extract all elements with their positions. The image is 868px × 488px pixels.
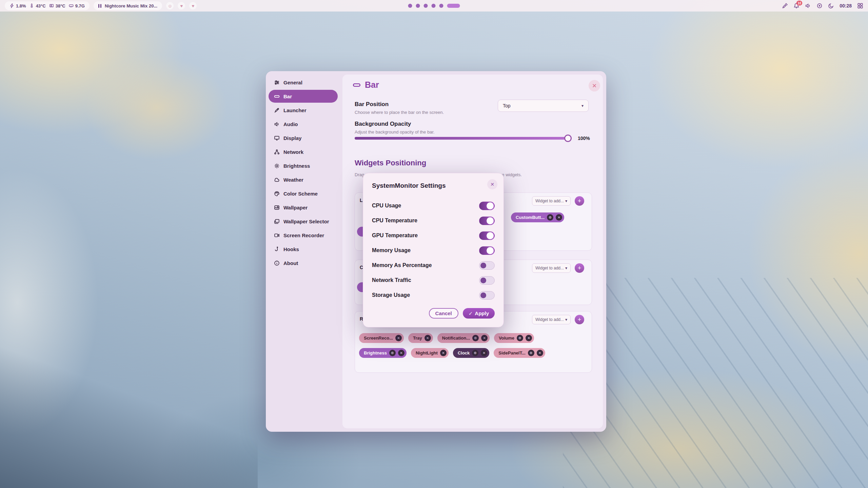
slider-knob[interactable] — [564, 135, 572, 142]
close-icon[interactable]: ✕ — [395, 335, 402, 341]
gear-icon[interactable]: ⚙ — [528, 350, 534, 356]
close-icon[interactable]: ✕ — [440, 350, 447, 356]
speaker-icon — [274, 121, 280, 127]
close-icon[interactable]: ✕ — [481, 350, 487, 356]
sidebar-item-bar[interactable]: Bar — [269, 90, 338, 103]
cpu-temperature-toggle[interactable] — [479, 217, 495, 225]
widget-chip-clock[interactable]: Clock ⚙ ✕ — [453, 348, 489, 358]
workspace-dot[interactable] — [424, 4, 428, 8]
sidebar-item-brightness[interactable]: Brightness — [269, 159, 338, 172]
sidebar-label: Display — [283, 135, 301, 141]
volume-icon[interactable] — [805, 3, 811, 9]
sidebar-item-network[interactable]: Network — [269, 145, 338, 158]
cpu-usage-toggle[interactable] — [479, 202, 495, 210]
gear-icon[interactable]: ⚙ — [472, 350, 478, 356]
left-add-widget-dropdown[interactable]: Widget to add... ▾ — [532, 196, 571, 206]
gear-icon[interactable]: ⚙ — [517, 335, 523, 341]
sidebar-item-audio[interactable]: Audio — [269, 118, 338, 130]
sidebar-label: Hooks — [283, 246, 299, 252]
toggle-label: Network Traffic — [372, 277, 411, 283]
apply-button[interactable]: ✓ Apply — [463, 308, 495, 319]
sidebar-item-wallpaper-selector[interactable]: Wallpaper Selector — [269, 215, 338, 228]
workspace-dot[interactable] — [408, 4, 412, 8]
toggle-row-storage-usage: Storage Usage — [372, 288, 495, 303]
close-icon[interactable]: ✕ — [526, 335, 532, 341]
widget-chip-custombutton[interactable]: CustomButt... ⚙ ✕ — [511, 212, 564, 222]
sidebar-item-launcher[interactable]: Launcher — [269, 104, 338, 117]
memory-icon — [69, 3, 74, 8]
sidebar-item-hooks[interactable]: Hooks — [269, 243, 338, 256]
workspace-dot[interactable] — [439, 4, 443, 8]
toggle-row-memory-as-percentage: Memory As Percentage — [372, 258, 495, 273]
sidebar-item-display[interactable]: Display — [269, 131, 338, 144]
workspace-dot[interactable] — [432, 4, 436, 8]
sidebar-label: Wallpaper — [283, 205, 308, 210]
add-widget-placeholder: Widget to add... — [535, 317, 564, 322]
gear-icon[interactable]: ⚙ — [547, 214, 553, 221]
gpu-temp-stat: 38°C — [49, 3, 65, 8]
screen-record-icon[interactable] — [816, 3, 823, 9]
cancel-button[interactable]: Cancel — [429, 308, 458, 319]
bar-position-dropdown[interactable]: Top ▾ — [498, 100, 589, 112]
center-add-widget-button[interactable]: + — [575, 263, 584, 273]
widget-chip-volume[interactable]: Volume ⚙ ✕ — [494, 333, 534, 343]
workspace-dot[interactable] — [416, 4, 420, 8]
heart-icon-2[interactable]: ♥ — [189, 2, 197, 9]
bar-position-label: Bar Position — [355, 101, 389, 108]
chevron-down-icon: ▾ — [581, 103, 584, 108]
system-stats-chip[interactable]: 1.8% 43°C 38°C 9.7G — [5, 1, 90, 10]
workspace-active-pill[interactable] — [447, 4, 460, 8]
close-icon[interactable]: ✕ — [481, 335, 488, 341]
color-picker-icon[interactable] — [782, 3, 788, 9]
close-icon[interactable]: ✕ — [398, 350, 405, 356]
clock[interactable]: 00:28 — [840, 3, 852, 8]
gear-icon[interactable]: ⚙ — [389, 350, 396, 356]
sun-icon — [274, 163, 280, 169]
toggle-label: CPU Temperature — [372, 218, 417, 224]
gpu-temperature-toggle[interactable] — [479, 231, 495, 240]
window-close-button[interactable]: ✕ — [589, 80, 600, 92]
toggle-row-network-traffic: Network Traffic — [372, 273, 495, 288]
sidebar-item-color-scheme[interactable]: Color Scheme — [269, 187, 338, 200]
dialog-close-button[interactable]: ✕ — [487, 179, 497, 189]
chip-label: SidePanelT... — [498, 350, 525, 355]
sidebar-item-about[interactable]: About — [269, 257, 338, 269]
notifications-button[interactable]: 10 — [793, 3, 800, 9]
night-light-icon[interactable] — [828, 3, 834, 9]
widget-chip-tray[interactable]: Tray ✕ — [408, 333, 433, 343]
plus-icon: + — [578, 316, 581, 323]
background-opacity-slider[interactable] — [355, 137, 572, 140]
sidebar-item-general[interactable]: General — [269, 76, 338, 89]
close-icon[interactable]: ✕ — [537, 350, 543, 356]
smiley-icon[interactable]: ☺ — [166, 2, 174, 9]
sidebar-item-screen-recorder[interactable]: Screen Recorder — [269, 229, 338, 242]
page-title: Bar — [365, 80, 379, 90]
center-add-widget-dropdown[interactable]: Widget to add... ▾ — [532, 263, 571, 273]
pause-icon — [98, 4, 101, 8]
sidebar-item-weather[interactable]: Weather — [269, 173, 338, 186]
storage-usage-toggle[interactable] — [479, 291, 495, 300]
hook-icon — [274, 246, 280, 252]
left-add-widget-button[interactable]: + — [575, 196, 584, 206]
widget-chip-sidepaneltoggle[interactable]: SidePanelT... ⚙ ✕ — [494, 348, 545, 358]
close-icon[interactable]: ✕ — [425, 335, 431, 341]
right-add-widget-button[interactable]: + — [575, 315, 584, 324]
heart-icon[interactable]: ♥ — [178, 2, 185, 9]
right-add-widget-dropdown[interactable]: Widget to add... ▾ — [532, 315, 571, 324]
app-grid-icon[interactable] — [857, 3, 863, 9]
widget-chip-screenrecorder[interactable]: ScreenReco... ✕ — [359, 333, 404, 343]
memory-usage-toggle[interactable] — [479, 246, 495, 255]
widget-chip-notification[interactable]: Notification... ⚙ ✕ — [437, 333, 490, 343]
sidebar-label: General — [283, 80, 302, 85]
widget-chip-brightness[interactable]: Brightness ⚙ ✕ — [359, 348, 407, 358]
widget-chip-nightlight[interactable]: NightLight ✕ — [411, 348, 449, 358]
sidebar-item-wallpaper[interactable]: Wallpaper — [269, 201, 338, 214]
gear-icon[interactable]: ⚙ — [472, 335, 479, 341]
chevron-down-icon: ▾ — [565, 317, 567, 322]
add-widget-placeholder: Widget to add... — [535, 199, 564, 203]
memory-as-percentage-toggle[interactable] — [479, 261, 495, 270]
close-icon[interactable]: ✕ — [556, 214, 562, 221]
toggle-label: GPU Temperature — [372, 232, 418, 239]
media-player-chip[interactable]: Nightcore Music Mix 20... — [94, 1, 162, 10]
network-traffic-toggle[interactable] — [479, 276, 495, 285]
